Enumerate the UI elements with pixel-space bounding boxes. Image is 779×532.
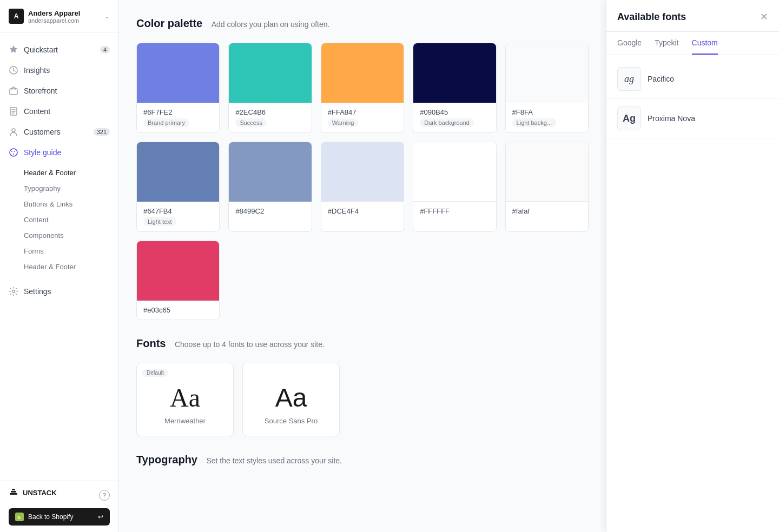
insights-label: Insights: [24, 66, 50, 75]
typography-subtitle: Set the text styles used across your sit…: [206, 456, 342, 465]
color-card-fafafa[interactable]: #fafaf: [505, 142, 589, 232]
submenu-content[interactable]: Content: [24, 212, 118, 228]
star-icon: [9, 45, 18, 55]
typography-title: Typography: [136, 454, 197, 466]
sidebar-item-settings[interactable]: Settings: [0, 281, 118, 302]
sidebar-footer: UNSTACK ? S Back to Shopify ↩: [0, 481, 118, 532]
fonts-section: Fonts Choose up to 4 fonts to use across…: [136, 337, 589, 436]
sidebar-item-quickstart[interactable]: Quickstart 4: [0, 39, 118, 60]
color-swatch-success: [229, 43, 311, 103]
brand-url: andersapparel.com: [28, 17, 100, 24]
main-content: Color palette Add colors you plan on usi…: [119, 0, 606, 532]
panel-header: Available fonts ✕: [606, 0, 779, 32]
submenu-header-footer-top[interactable]: Header & Footer: [24, 165, 118, 181]
customers-badge: 321: [94, 128, 110, 136]
svg-rect-1: [10, 89, 17, 95]
content-label: Content: [24, 107, 50, 116]
style-guide-submenu: Header & Footer Typography Buttons & Lin…: [0, 163, 118, 277]
color-swatch-warning: [321, 43, 404, 103]
color-card-light-bg[interactable]: #F8FA Light backg...: [505, 43, 589, 133]
color-hex-success: #2EC4B6: [235, 108, 305, 116]
color-label-dark-bg: Dark background: [420, 118, 474, 127]
color-card-light-text[interactable]: #647FB4 Light text: [136, 142, 220, 232]
brand-chevron-icon[interactable]: ⌄: [104, 12, 110, 20]
close-icon[interactable]: ✕: [760, 11, 768, 23]
sidebar-item-storefront[interactable]: Storefront: [0, 81, 118, 101]
svg-point-8: [12, 290, 15, 293]
pacifico-preview: ag: [617, 67, 641, 91]
font-list-item-pacifico[interactable]: ag Pacifico: [606, 59, 779, 99]
sidebar-item-content[interactable]: Content: [0, 101, 118, 122]
color-card-8499c2[interactable]: #8499C2: [228, 142, 312, 232]
submenu-header-footer-bottom[interactable]: Header & Footer: [24, 259, 118, 275]
color-card-dark-bg[interactable]: #090B45 Dark background: [413, 43, 496, 133]
color-label-warning: Warning: [328, 118, 359, 127]
svg-point-6: [14, 151, 15, 152]
font-card-merriweather[interactable]: Default Aa Merriweather: [136, 363, 234, 436]
color-hex-fafafa: #fafaf: [512, 207, 582, 215]
svg-point-7: [13, 154, 14, 155]
doc-icon: [9, 107, 18, 116]
tab-typekit[interactable]: Typekit: [655, 38, 678, 55]
color-label-success: Success: [235, 118, 267, 127]
fonts-title: Fonts: [136, 337, 166, 349]
submenu-buttons-links[interactable]: Buttons & Links: [24, 196, 118, 212]
bag-icon: [9, 86, 18, 96]
color-hex-white: #FFFFFF: [420, 207, 489, 215]
quickstart-label: Quickstart: [24, 45, 58, 54]
sidebar-item-style-guide[interactable]: Style guide: [0, 142, 118, 163]
svg-text:S: S: [17, 515, 21, 520]
submenu-typography[interactable]: Typography: [24, 181, 118, 196]
back-to-shopify-button[interactable]: S Back to Shopify ↩: [9, 508, 110, 526]
submenu-components[interactable]: Components: [24, 228, 118, 243]
color-hex-warning: #FFA847: [328, 108, 397, 116]
sidebar-item-insights[interactable]: Insights: [0, 60, 118, 81]
proxima-nova-name: Proxima Nova: [648, 114, 695, 123]
back-arrow-icon: ↩: [98, 513, 103, 521]
tab-google[interactable]: Google: [617, 38, 642, 55]
help-button[interactable]: ?: [99, 490, 110, 501]
color-card-brand-primary[interactable]: #6F7FE2 Brand primary: [136, 43, 220, 133]
gear-icon: [9, 287, 18, 296]
available-fonts-panel: Available fonts ✕ Google Typekit Custom …: [606, 0, 779, 532]
chart-icon: [9, 65, 18, 75]
storefront-label: Storefront: [24, 87, 57, 95]
panel-tabs: Google Typekit Custom: [606, 32, 779, 55]
typography-section: Typography Set the text styles used acro…: [136, 454, 589, 466]
color-card-warning[interactable]: #FFA847 Warning: [321, 43, 404, 133]
color-swatch-e03c65: [137, 241, 219, 301]
color-hex-dark-bg: #090B45: [420, 108, 489, 116]
color-swatch-dce4f4: [321, 142, 404, 202]
color-card-success[interactable]: #2EC4B6 Success: [228, 43, 312, 133]
color-card-white[interactable]: #FFFFFF: [413, 142, 496, 232]
color-swatch-dark-bg: [413, 43, 496, 103]
tab-custom[interactable]: Custom: [692, 38, 718, 55]
svg-point-4: [10, 149, 17, 156]
color-label-brand-primary: Brand primary: [143, 118, 189, 127]
color-hex-light-text: #647FB4: [143, 207, 213, 215]
svg-point-3: [12, 129, 15, 132]
proxima-nova-preview: Ag: [617, 107, 641, 130]
font-list-item-proxima-nova[interactable]: Ag Proxima Nova: [606, 99, 779, 138]
font-default-badge: Default: [142, 369, 168, 377]
color-grid: #6F7FE2 Brand primary #2EC4B6 Success #F…: [136, 43, 589, 320]
sidebar-nav: Quickstart 4 Insights Storefront: [0, 33, 118, 481]
settings-label: Settings: [24, 287, 51, 296]
color-label-light-text: Light text: [143, 217, 176, 226]
font-preview-merriweather: Aa: [148, 383, 222, 413]
svg-rect-11: [12, 489, 15, 490]
panel-title: Available fonts: [617, 11, 686, 23]
font-card-source-sans-pro[interactable]: Aa Source Sans Pro: [242, 363, 340, 436]
color-card-e03c65[interactable]: #e03c65: [136, 241, 220, 320]
submenu-forms[interactable]: Forms: [24, 243, 118, 259]
color-swatch-light-bg: [506, 43, 588, 103]
color-palette-title: Color palette: [136, 17, 202, 29]
brand-name: Anders Apparel: [28, 9, 100, 17]
sidebar: A Anders Apparel andersapparel.com ⌄ Qui…: [0, 0, 119, 532]
color-swatch-brand-primary: [137, 43, 219, 103]
svg-rect-9: [10, 493, 17, 495]
sidebar-item-customers[interactable]: Customers 321: [0, 122, 118, 142]
customers-label: Customers: [24, 128, 61, 136]
color-card-dce4f4[interactable]: #DCE4F4: [321, 142, 404, 232]
color-swatch-fafafa: [506, 142, 588, 202]
